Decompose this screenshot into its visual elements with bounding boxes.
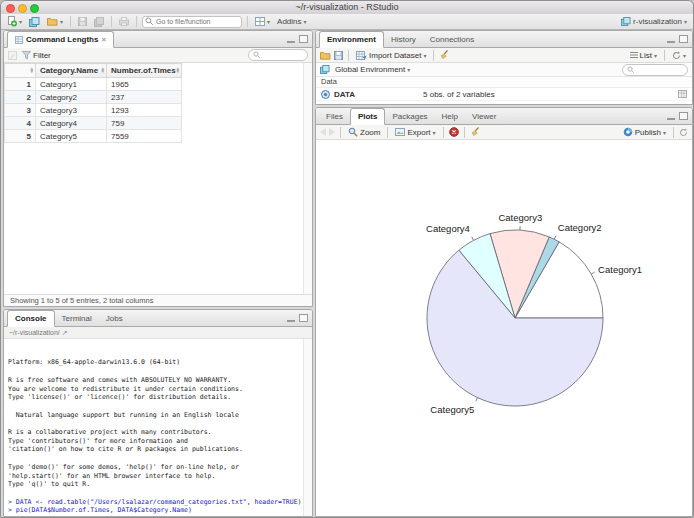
addins-button[interactable]: Addins ▾ xyxy=(275,16,308,27)
console-output-line: R is a collaborative project with many c… xyxy=(8,428,302,437)
tab-connections[interactable]: Connections xyxy=(423,32,481,47)
console-output-line: R is free software and comes with ABSOLU… xyxy=(8,376,302,385)
table-row[interactable]: 3Category31293 xyxy=(5,104,182,117)
search-icon xyxy=(627,66,635,74)
console-output[interactable]: Platform: x86_64-apple-darwin13.6.0 (64-… xyxy=(4,339,312,516)
console-output-line: You are welcome to redistribute it under… xyxy=(8,385,302,394)
environment-section-data: Data xyxy=(316,77,692,88)
previous-plot-icon[interactable] xyxy=(320,128,326,136)
refresh-button[interactable]: ▾ xyxy=(670,50,688,61)
table-row[interactable]: 4Category4759 xyxy=(5,117,182,130)
console-pane: Console Terminal Jobs ~/r-visualization/… xyxy=(3,309,313,517)
data-table: ▴▾ Category.Name▴▾ Number.of.Times▴▾ 1Ca… xyxy=(4,63,182,143)
save-icon xyxy=(78,17,87,26)
zoom-plot-button[interactable]: Zoom xyxy=(346,126,382,138)
tab-packages[interactable]: Packages xyxy=(385,109,434,124)
column-header-number-of-times[interactable]: Number.of.Times▴▾ xyxy=(107,64,182,78)
toolbar-divider xyxy=(247,16,248,27)
environment-scope-button[interactable]: Global Environment ▾ xyxy=(333,64,412,75)
tab-viewer[interactable]: Viewer xyxy=(465,109,503,124)
filter-label: Filter xyxy=(33,51,51,60)
console-input-line: > pie(DATA$Number.of.Times, DATA$Categor… xyxy=(8,506,302,515)
tab-help[interactable]: Help xyxy=(435,109,465,124)
publish-icon xyxy=(623,127,633,137)
viewer-status-bar: Showing 1 to 5 of 5 entries, 2 total col… xyxy=(4,294,312,306)
minimize-pane-icon[interactable] xyxy=(287,36,295,43)
viewer-tabbar: Command Lengths × xyxy=(4,31,312,48)
import-dataset-button[interactable]: Import Dataset ▾ xyxy=(354,50,428,61)
next-plot-icon[interactable] xyxy=(329,128,335,136)
maximize-pane-icon[interactable] xyxy=(679,35,688,43)
column-header-category-name[interactable]: Category.Name▴▾ xyxy=(36,64,107,78)
project-menu-button[interactable]: r-visualization ▾ xyxy=(619,16,689,27)
refresh-icon[interactable] xyxy=(679,128,688,137)
plots-toolbar: Zoom Export ▾ Publish ▾ xyxy=(316,125,692,140)
r-project-cube-icon xyxy=(320,65,330,74)
table-row[interactable]: 2Category2237 xyxy=(5,91,182,104)
tab-command-lengths[interactable]: Command Lengths × xyxy=(7,31,114,48)
new-project-button[interactable] xyxy=(27,16,42,28)
maximize-pane-icon[interactable] xyxy=(299,35,308,43)
tab-jobs[interactable]: Jobs xyxy=(99,311,130,326)
scope-label: Global Environment xyxy=(335,65,405,74)
publish-button[interactable]: Publish ▾ xyxy=(621,126,668,138)
tab-console[interactable]: Console xyxy=(7,310,55,327)
environment-entry-DATA[interactable]: DATA 5 obs. of 2 variables xyxy=(316,88,692,101)
maximize-pane-icon[interactable] xyxy=(299,314,308,322)
edit-icon[interactable] xyxy=(8,51,17,60)
minimize-pane-icon[interactable] xyxy=(667,36,675,43)
filter-funnel-icon xyxy=(22,51,31,60)
pie-label-tick xyxy=(591,272,594,274)
minimize-pane-icon[interactable] xyxy=(287,315,295,322)
workspace-panes-button[interactable]: ▾ xyxy=(253,16,272,27)
tab-files[interactable]: Files xyxy=(319,109,350,124)
working-directory-path: ~/r-visualization/ xyxy=(9,329,60,336)
tab-terminal[interactable]: Terminal xyxy=(55,311,99,326)
window-title: ~/r-visualization - RStudio xyxy=(1,1,693,14)
save-icon[interactable] xyxy=(334,51,343,60)
remove-plot-icon[interactable] xyxy=(449,127,459,137)
pie-label-category3: Category3 xyxy=(498,212,542,223)
chevron-down-icon: ▾ xyxy=(267,18,270,25)
table-cell: 1965 xyxy=(107,78,182,91)
folder-open-icon[interactable] xyxy=(320,51,331,60)
tab-plots[interactable]: Plots xyxy=(350,108,386,125)
plots-pane: Files Plots Packages Help Viewer Zoom Ex… xyxy=(315,107,693,517)
broom-icon[interactable] xyxy=(470,127,480,137)
close-icon[interactable]: × xyxy=(101,35,106,44)
console-output-line: 'citation()' on how to cite R or R packa… xyxy=(8,445,302,454)
list-view-button[interactable]: List ▾ xyxy=(628,50,659,61)
viewer-search-input[interactable] xyxy=(263,52,303,59)
chevron-down-icon: ▾ xyxy=(423,52,426,59)
tab-history[interactable]: History xyxy=(384,32,423,47)
variable-description: 5 obs. of 2 variables xyxy=(423,90,495,99)
table-cell: 1 xyxy=(5,78,36,91)
goto-file-input[interactable] xyxy=(142,16,242,28)
row-number-header[interactable]: ▴▾ xyxy=(5,64,36,78)
export-plot-button[interactable]: Export ▾ xyxy=(393,127,437,138)
view-table-icon[interactable] xyxy=(678,90,687,98)
tab-environment[interactable]: Environment xyxy=(319,31,384,48)
table-row[interactable]: 5Category57559 xyxy=(5,130,182,143)
filter-button[interactable]: Filter xyxy=(20,50,53,61)
table-cell: 5 xyxy=(5,130,36,143)
minimize-pane-icon[interactable] xyxy=(667,113,675,120)
pie-label-tick xyxy=(554,236,556,240)
viewer-scrollbar-track[interactable] xyxy=(303,63,312,294)
external-link-icon[interactable]: ↗ xyxy=(62,329,68,337)
print-button[interactable] xyxy=(117,16,131,27)
save-all-button[interactable] xyxy=(92,16,106,28)
save-button[interactable] xyxy=(76,16,89,27)
open-file-button[interactable]: ▾ xyxy=(45,16,65,27)
table-header-row: ▴▾ Category.Name▴▾ Number.of.Times▴▾ xyxy=(5,64,182,78)
new-file-button[interactable]: ▾ xyxy=(5,15,24,28)
broom-icon[interactable] xyxy=(439,50,449,60)
console-output-line: Type 'q()' to quit R. xyxy=(8,480,302,489)
addins-label: Addins xyxy=(277,17,301,26)
toolbar-divider xyxy=(443,127,444,138)
environment-search-input[interactable] xyxy=(637,66,683,73)
console-scrollbar-track[interactable] xyxy=(303,339,312,516)
maximize-pane-icon[interactable] xyxy=(679,112,688,120)
dataframe-icon xyxy=(321,90,330,99)
table-row[interactable]: 1Category11965 xyxy=(5,78,182,91)
